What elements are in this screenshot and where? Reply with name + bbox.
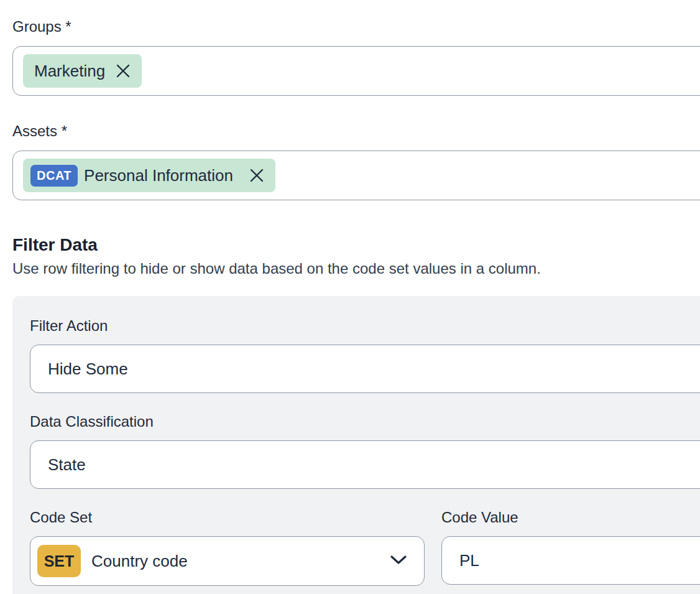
filter-action-group: Filter Action (30, 318, 700, 393)
set-badge: SET (37, 545, 81, 577)
asset-tag-label: Personal Information (84, 166, 233, 185)
assets-field-block: Assets * DCAT Personal Information (12, 123, 700, 200)
code-set-select[interactable]: SET Country code (30, 536, 425, 586)
code-row: Code Set SET Country code Code Value (30, 509, 700, 586)
chevron-down-icon (389, 554, 408, 568)
filter-action-label: Filter Action (30, 318, 700, 334)
close-icon[interactable] (114, 62, 132, 80)
assets-label: Assets * (12, 123, 700, 139)
filter-data-description: Use row filtering to hide or show data b… (12, 260, 700, 277)
assets-input[interactable]: DCAT Personal Information (12, 151, 700, 200)
code-value-group: Code Value (441, 509, 700, 586)
filter-data-panel: Filter Action Data Classification Code S… (12, 296, 700, 594)
code-set-group: Code Set SET Country code (30, 509, 425, 586)
group-tag-label: Marketing (34, 62, 105, 81)
filter-data-title: Filter Data (12, 235, 700, 255)
data-classification-group: Data Classification (30, 414, 700, 489)
code-value-label: Code Value (441, 509, 700, 526)
groups-input[interactable]: Marketing (12, 46, 700, 96)
group-tag: Marketing (23, 54, 142, 88)
filter-action-input[interactable] (30, 345, 700, 393)
code-set-label: Code Set (30, 509, 425, 526)
dcat-badge: DCAT (30, 165, 78, 187)
close-icon[interactable] (248, 167, 265, 184)
asset-tag: DCAT Personal Information (23, 159, 275, 192)
code-set-value: Country code (91, 552, 389, 571)
groups-field-block: Groups * Marketing (12, 19, 700, 96)
groups-label: Groups * (12, 19, 700, 35)
data-classification-label: Data Classification (30, 414, 700, 430)
data-classification-input[interactable] (30, 440, 700, 489)
code-value-input[interactable] (441, 536, 700, 585)
form-page: Groups * Marketing Assets * DCAT Persona… (0, 0, 700, 594)
